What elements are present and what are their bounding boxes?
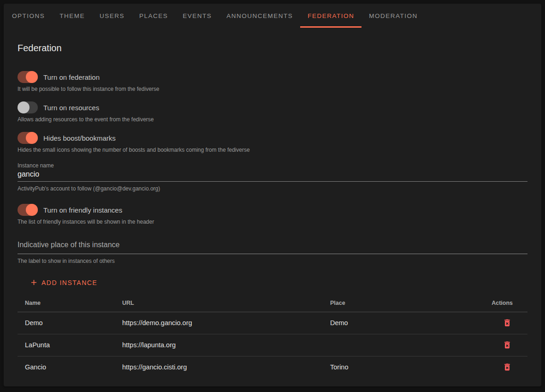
delete-forever-icon (503, 322, 512, 329)
federation-toggle[interactable] (18, 71, 38, 83)
toggle-thumb (26, 71, 38, 83)
add-instance-button[interactable]: ADD INSTANCE (27, 276, 100, 289)
instance-place-cell: Demo (323, 312, 463, 334)
delete-instance-button[interactable] (502, 339, 513, 350)
instance-place-cell: Torino (323, 356, 463, 378)
instance-name-input[interactable] (18, 169, 527, 182)
federation-settings-panel: Federation Turn on federation It will be… (4, 42, 541, 378)
admin-panel-card: OPTIONS THEME USERS PLACES EVENTS ANNOUN… (4, 4, 541, 386)
instance-place-input[interactable] (18, 239, 527, 254)
tab-moderation[interactable]: MODERATION (361, 4, 425, 28)
federation-toggle-hint: It will be possible to follow this insta… (18, 86, 527, 92)
federation-toggle-row: Turn on federation (18, 71, 527, 83)
instance-name-hint: ActivityPub's account to follow (@gancio… (18, 185, 527, 192)
boost-toggle-hint: Hides the small icons showing the number… (18, 147, 527, 153)
tab-options[interactable]: OPTIONS (5, 4, 52, 28)
col-header-actions: Actions (463, 294, 527, 312)
tab-places[interactable]: PLACES (132, 4, 175, 28)
add-instance-label: ADD INSTANCE (41, 279, 97, 286)
instance-name-label: Instance name (18, 162, 527, 169)
friendly-instances-toggle[interactable] (18, 204, 38, 216)
toggle-thumb (26, 204, 38, 216)
delete-instance-button[interactable] (502, 317, 513, 328)
table-row: LaPunta https://lapunta.org (18, 334, 527, 356)
col-header-place: Place (323, 294, 463, 312)
boost-toggle-label: Hides boost/bookmarks (43, 134, 116, 142)
boost-toggle[interactable] (18, 132, 38, 144)
instances-table: Name URL Place Actions Demo https://demo… (18, 294, 527, 378)
table-row: Demo https://demo.gancio.org Demo (18, 312, 527, 334)
tab-federation[interactable]: FEDERATION (300, 4, 361, 28)
instance-url-cell: https://gancio.cisti.org (115, 356, 323, 378)
instance-name-cell: Demo (18, 312, 115, 334)
friendly-toggle-hint: The list of friendly instances will be s… (18, 219, 527, 225)
instance-url-cell: https://lapunta.org (115, 334, 323, 356)
federation-toggle-label: Turn on federation (43, 73, 100, 81)
toggle-thumb (18, 101, 30, 113)
col-header-name: Name (18, 294, 115, 312)
toggle-thumb (26, 132, 38, 144)
friendly-toggle-label: Turn on friendly instances (43, 206, 122, 214)
boost-toggle-row: Hides boost/bookmarks (18, 132, 527, 144)
delete-forever-icon (503, 344, 512, 351)
tab-users[interactable]: USERS (92, 4, 132, 28)
instance-place-field: The label to show in instances of others (18, 239, 527, 264)
tab-announcements[interactable]: ANNOUNCEMENTS (219, 4, 300, 28)
delete-forever-icon (503, 366, 512, 373)
friendly-toggle-row: Turn on friendly instances (18, 204, 527, 216)
instance-place-hint: The label to show in instances of others (18, 258, 527, 264)
delete-instance-button[interactable] (502, 362, 513, 373)
tab-theme[interactable]: THEME (52, 4, 92, 28)
instance-name-field: Instance name ActivityPub's account to f… (18, 162, 527, 192)
table-header-row: Name URL Place Actions (18, 294, 527, 312)
resources-toggle-row: Turn on resources (18, 101, 527, 113)
admin-tab-bar: OPTIONS THEME USERS PLACES EVENTS ANNOUN… (4, 4, 541, 28)
instance-name-cell: Gancio (18, 356, 115, 378)
resources-toggle[interactable] (18, 101, 38, 113)
instance-url-cell: https://demo.gancio.org (115, 312, 323, 334)
resources-toggle-label: Turn on resources (43, 104, 99, 112)
instance-name-cell: LaPunta (18, 334, 115, 356)
instance-place-cell (323, 334, 463, 356)
col-header-url: URL (115, 294, 323, 312)
page-title: Federation (18, 42, 527, 54)
table-row: Gancio https://gancio.cisti.org Torino (18, 356, 527, 378)
plus-icon (30, 278, 38, 287)
tab-events[interactable]: EVENTS (175, 4, 219, 28)
resources-toggle-hint: Allows adding resources to the event fro… (18, 116, 527, 123)
